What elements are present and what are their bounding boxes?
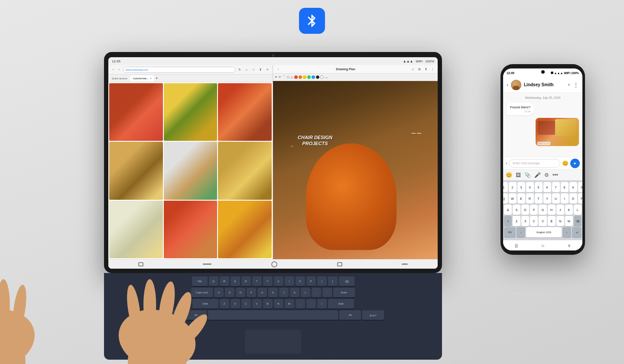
shortcut-emoji-icon[interactable]: 😊 <box>506 172 512 178</box>
tool-pen[interactable]: ✏ <box>279 75 281 79</box>
phone-dropdown-btn[interactable]: ∨ <box>568 83 570 87</box>
key-p[interactable]: P <box>306 276 316 286</box>
phone-key-8[interactable]: 8 <box>561 182 569 192</box>
swatch-green[interactable] <box>307 75 311 79</box>
browser-tab-colorful[interactable]: Colorful kite... × <box>130 75 154 81</box>
phone-key-b[interactable]: B <box>548 216 556 226</box>
phone-key-q[interactable]: Q <box>503 193 508 204</box>
key-end[interactable]: End↗ <box>362 310 384 320</box>
shortcut-gif-icon[interactable]: 🖼 <box>516 172 521 178</box>
drawing-more-btn[interactable]: ⋮ <box>430 67 435 72</box>
phone-key-f[interactable]: F <box>530 205 538 215</box>
key-backspace[interactable]: ⌫ <box>339 276 354 286</box>
phone-key-m[interactable]: M <box>565 216 573 226</box>
shortcut-more-icon[interactable]: ••• <box>552 172 558 178</box>
key-bracket-close[interactable]: ] <box>328 276 338 286</box>
phone-key-v[interactable]: V <box>539 216 546 226</box>
drawing-back-btn[interactable]: ‹ <box>276 67 281 72</box>
key-period[interactable]: . <box>306 299 316 309</box>
phone-key-space[interactable]: English (US) <box>526 227 562 237</box>
phone-key-i[interactable]: I <box>561 193 569 204</box>
key-bracket-open[interactable]: [ <box>317 276 327 286</box>
shortcut-attach-icon[interactable]: 📎 <box>524 172 531 178</box>
browser-tab-quick-access[interactable]: Quick access <box>110 77 129 80</box>
key-o[interactable]: O <box>296 276 305 286</box>
phone-key-shift[interactable]: ⇧ <box>504 216 512 226</box>
phone-key-k[interactable]: K <box>565 205 573 215</box>
tool-eraser[interactable]: ◻ <box>287 75 289 79</box>
phone-key-symbols[interactable]: !#1 <box>504 227 516 237</box>
phone-key-l[interactable]: L <box>574 205 582 215</box>
drawing-share-btn[interactable]: ⬆ <box>423 67 429 72</box>
browser-back-btn[interactable]: ‹ <box>111 68 115 72</box>
tool-line[interactable]: — <box>325 76 328 79</box>
tool-select[interactable]: ✦ <box>275 75 277 79</box>
phone-key-w[interactable]: W <box>509 193 517 204</box>
phone-key-u[interactable]: U <box>552 193 560 204</box>
key-enter[interactable]: Enter <box>333 288 355 297</box>
key-n[interactable]: N <box>274 299 283 309</box>
key-h[interactable]: H <box>268 288 278 297</box>
phone-input-field[interactable]: Enter chat message <box>509 159 560 168</box>
swatch-orange[interactable] <box>299 75 302 79</box>
phone-key-z[interactable]: Z <box>513 216 520 226</box>
phone-key-enter[interactable]: ⏎ <box>572 227 582 237</box>
phone-key-prev[interactable]: ‹ <box>517 227 525 237</box>
drawing-grid-btn[interactable]: ⊞ <box>417 67 422 72</box>
browser-home-btn[interactable]: ⌂ <box>244 68 249 72</box>
browser-tab-close-btn[interactable]: × <box>150 77 151 80</box>
key-quote[interactable]: ' <box>322 288 332 297</box>
key-j[interactable]: J <box>279 288 289 297</box>
browser-refresh-btn[interactable]: ↻ <box>237 68 242 72</box>
shortcut-mic-icon[interactable]: 🎤 <box>534 172 541 178</box>
browser-bookmark-btn[interactable]: ☆ <box>251 68 256 72</box>
tablet-nav-home[interactable] <box>271 261 277 267</box>
swatch-blue[interactable] <box>312 75 315 79</box>
phone-key-next[interactable]: › <box>562 227 571 237</box>
phone-emoji-btn[interactable]: 😊 <box>562 160 569 166</box>
tool-shape[interactable]: △ <box>291 75 293 79</box>
phone-key-9[interactable]: 9 <box>569 182 577 192</box>
phone-key-3[interactable]: 3 <box>517 182 525 192</box>
key-comma[interactable]: , <box>296 299 305 309</box>
tool-brush[interactable]: ⌒ <box>283 75 286 79</box>
phone-key-j[interactable]: J <box>556 205 564 215</box>
swatch-black[interactable] <box>316 75 319 79</box>
key-shift-right[interactable]: Shift <box>328 299 354 309</box>
phone-key-7[interactable]: 7 <box>552 182 560 192</box>
key-slash[interactable]: / <box>317 299 327 309</box>
phone-key-y[interactable]: Y <box>543 193 551 204</box>
phone-key-s[interactable]: S <box>513 205 520 215</box>
tablet-nav-extra[interactable] <box>402 263 408 265</box>
phone-key-6[interactable]: 6 <box>543 182 551 192</box>
browser-forward-btn[interactable]: › <box>117 68 121 72</box>
phone-key-0[interactable]: 0 <box>578 182 583 192</box>
key-u[interactable]: U <box>274 276 283 286</box>
key-k[interactable]: K <box>290 288 299 297</box>
phone-key-5[interactable]: 5 <box>535 182 543 192</box>
phone-key-2[interactable]: 2 <box>509 182 517 192</box>
phone-key-g[interactable]: G <box>539 205 546 215</box>
phone-expand-btn[interactable]: › <box>506 161 507 166</box>
phone-key-e[interactable]: E <box>517 193 525 204</box>
phone-key-n[interactable]: N <box>556 216 564 226</box>
phone-key-c[interactable]: C <box>530 216 538 226</box>
phone-key-4[interactable]: 4 <box>526 182 534 192</box>
phone-key-a[interactable]: A <box>504 205 512 215</box>
phone-key-1[interactable]: 1 <box>503 182 508 192</box>
key-semicolon[interactable]: ; <box>312 288 321 297</box>
shortcut-settings-icon[interactable]: ⚙ <box>544 172 549 178</box>
phone-more-btn[interactable]: ⋮ <box>573 81 579 88</box>
tablet-nav-square[interactable] <box>337 262 342 266</box>
phone-key-x[interactable]: X <box>521 216 529 226</box>
phone-key-h[interactable]: H <box>548 205 556 215</box>
phone-key-d[interactable]: D <box>521 205 529 215</box>
swatch-red[interactable] <box>294 75 298 79</box>
key-i[interactable]: I <box>285 276 294 286</box>
phone-key-o[interactable]: O <box>569 193 577 204</box>
phone-nav-hide[interactable]: ∨ <box>568 243 571 248</box>
phone-key-p[interactable]: P <box>578 193 583 204</box>
browser-tab-new-btn[interactable]: + <box>155 76 158 81</box>
key-alt-right[interactable]: Alt <box>339 310 361 320</box>
phone-key-t[interactable]: T <box>535 193 543 204</box>
